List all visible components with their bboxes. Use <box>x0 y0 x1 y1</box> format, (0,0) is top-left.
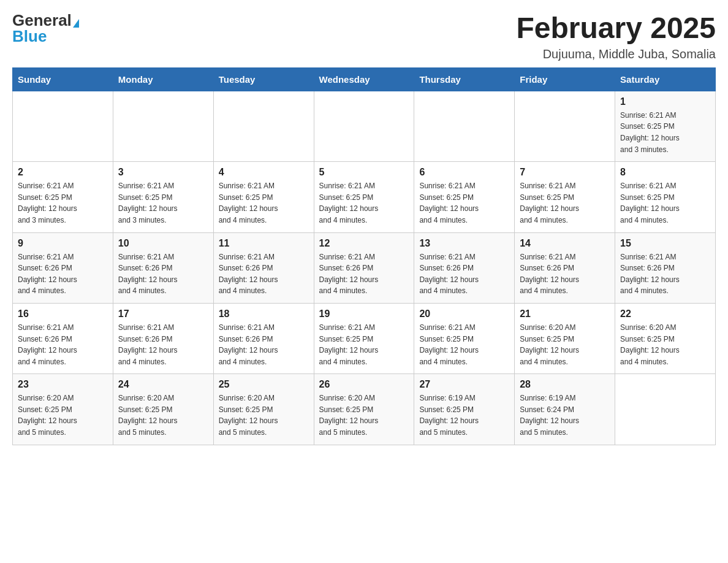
week-row-4: 16Sunrise: 6:21 AMSunset: 6:26 PMDayligh… <box>13 303 716 373</box>
logo-triangle-icon <box>73 19 79 28</box>
day-info: Sunrise: 6:20 AMSunset: 6:25 PMDaylight:… <box>620 322 710 367</box>
weekday-header-thursday: Thursday <box>414 67 515 91</box>
day-info: Sunrise: 6:21 AMSunset: 6:25 PMDaylight:… <box>18 180 108 226</box>
week-row-3: 9Sunrise: 6:21 AMSunset: 6:26 PMDaylight… <box>13 232 716 303</box>
day-number: 9 <box>18 238 108 249</box>
day-number: 12 <box>319 238 409 249</box>
day-info: Sunrise: 6:20 AMSunset: 6:25 PMDaylight:… <box>118 393 208 438</box>
calendar-cell: 5Sunrise: 6:21 AMSunset: 6:25 PMDaylight… <box>314 162 414 232</box>
calendar-cell: 21Sunrise: 6:20 AMSunset: 6:25 PMDayligh… <box>515 303 615 373</box>
day-info: Sunrise: 6:21 AMSunset: 6:26 PMDaylight:… <box>219 322 309 367</box>
day-info: Sunrise: 6:21 AMSunset: 6:26 PMDaylight:… <box>118 322 208 367</box>
calendar-cell <box>314 91 414 161</box>
location-text: Dujuuma, Middle Juba, Somalia <box>516 47 716 61</box>
calendar-cell: 10Sunrise: 6:21 AMSunset: 6:26 PMDayligh… <box>113 232 213 303</box>
calendar-cell: 26Sunrise: 6:20 AMSunset: 6:25 PMDayligh… <box>314 374 414 445</box>
calendar-cell: 8Sunrise: 6:21 AMSunset: 6:25 PMDaylight… <box>615 162 716 232</box>
calendar-cell <box>515 91 615 161</box>
day-info: Sunrise: 6:20 AMSunset: 6:25 PMDaylight:… <box>18 393 108 438</box>
day-number: 15 <box>620 238 710 249</box>
calendar-cell <box>13 91 113 161</box>
day-number: 6 <box>419 167 509 178</box>
day-info: Sunrise: 6:20 AMSunset: 6:25 PMDaylight:… <box>319 393 409 438</box>
day-number: 28 <box>520 379 610 390</box>
title-block: February 2025 Dujuuma, Middle Juba, Soma… <box>516 12 716 61</box>
calendar-cell: 22Sunrise: 6:20 AMSunset: 6:25 PMDayligh… <box>615 303 716 373</box>
weekday-header-wednesday: Wednesday <box>314 67 414 91</box>
calendar-cell: 28Sunrise: 6:19 AMSunset: 6:24 PMDayligh… <box>515 374 615 445</box>
day-info: Sunrise: 6:19 AMSunset: 6:24 PMDaylight:… <box>520 393 610 438</box>
weekday-header-tuesday: Tuesday <box>213 67 314 91</box>
calendar-cell: 27Sunrise: 6:19 AMSunset: 6:25 PMDayligh… <box>414 374 515 445</box>
calendar-cell: 20Sunrise: 6:21 AMSunset: 6:25 PMDayligh… <box>414 303 515 373</box>
logo-blue-text: Blue <box>12 27 47 45</box>
day-info: Sunrise: 6:21 AMSunset: 6:25 PMDaylight:… <box>419 322 509 367</box>
day-info: Sunrise: 6:20 AMSunset: 6:25 PMDaylight:… <box>219 393 309 438</box>
day-info: Sunrise: 6:21 AMSunset: 6:25 PMDaylight:… <box>620 180 710 226</box>
calendar-cell: 19Sunrise: 6:21 AMSunset: 6:25 PMDayligh… <box>314 303 414 373</box>
page-header: General Blue February 2025 Dujuuma, Midd… <box>12 12 716 61</box>
day-number: 20 <box>419 308 509 320</box>
calendar-cell <box>113 91 213 161</box>
day-info: Sunrise: 6:20 AMSunset: 6:25 PMDaylight:… <box>520 322 610 367</box>
day-info: Sunrise: 6:21 AMSunset: 6:26 PMDaylight:… <box>219 251 309 297</box>
weekday-header-friday: Friday <box>515 67 615 91</box>
calendar-cell: 15Sunrise: 6:21 AMSunset: 6:26 PMDayligh… <box>615 232 716 303</box>
day-number: 17 <box>118 308 208 320</box>
weekday-header-saturday: Saturday <box>615 67 716 91</box>
day-number: 25 <box>219 379 309 390</box>
month-title: February 2025 <box>516 12 716 45</box>
calendar-cell: 4Sunrise: 6:21 AMSunset: 6:25 PMDaylight… <box>213 162 314 232</box>
day-info: Sunrise: 6:21 AMSunset: 6:26 PMDaylight:… <box>319 251 409 297</box>
calendar-cell: 7Sunrise: 6:21 AMSunset: 6:25 PMDaylight… <box>515 162 615 232</box>
calendar-cell: 25Sunrise: 6:20 AMSunset: 6:25 PMDayligh… <box>213 374 314 445</box>
weekday-header-row: SundayMondayTuesdayWednesdayThursdayFrid… <box>13 67 716 91</box>
day-number: 10 <box>118 238 208 249</box>
day-number: 23 <box>18 379 108 390</box>
day-info: Sunrise: 6:21 AMSunset: 6:25 PMDaylight:… <box>520 180 610 226</box>
week-row-2: 2Sunrise: 6:21 AMSunset: 6:25 PMDaylight… <box>13 162 716 232</box>
calendar-cell: 24Sunrise: 6:20 AMSunset: 6:25 PMDayligh… <box>113 374 213 445</box>
calendar-cell: 14Sunrise: 6:21 AMSunset: 6:26 PMDayligh… <box>515 232 615 303</box>
day-number: 26 <box>319 379 409 390</box>
calendar-cell <box>414 91 515 161</box>
day-number: 3 <box>118 167 208 178</box>
day-number: 16 <box>18 308 108 320</box>
day-number: 11 <box>219 238 309 249</box>
day-info: Sunrise: 6:21 AMSunset: 6:25 PMDaylight:… <box>219 180 309 226</box>
day-number: 21 <box>520 308 610 320</box>
logo-top-line: General <box>12 12 79 28</box>
calendar-cell: 1Sunrise: 6:21 AMSunset: 6:25 PMDaylight… <box>615 91 716 161</box>
day-info: Sunrise: 6:21 AMSunset: 6:25 PMDaylight:… <box>319 180 409 226</box>
day-info: Sunrise: 6:21 AMSunset: 6:26 PMDaylight:… <box>18 322 108 367</box>
day-info: Sunrise: 6:21 AMSunset: 6:26 PMDaylight:… <box>520 251 610 297</box>
day-info: Sunrise: 6:21 AMSunset: 6:25 PMDaylight:… <box>319 322 409 367</box>
calendar-cell: 3Sunrise: 6:21 AMSunset: 6:25 PMDaylight… <box>113 162 213 232</box>
day-info: Sunrise: 6:21 AMSunset: 6:26 PMDaylight:… <box>118 251 208 297</box>
week-row-1: 1Sunrise: 6:21 AMSunset: 6:25 PMDaylight… <box>13 91 716 161</box>
day-number: 13 <box>419 238 509 249</box>
day-number: 14 <box>520 238 610 249</box>
calendar-cell: 9Sunrise: 6:21 AMSunset: 6:26 PMDaylight… <box>13 232 113 303</box>
day-info: Sunrise: 6:19 AMSunset: 6:25 PMDaylight:… <box>419 393 509 438</box>
day-info: Sunrise: 6:21 AMSunset: 6:25 PMDaylight:… <box>118 180 208 226</box>
day-number: 24 <box>118 379 208 390</box>
calendar-cell: 12Sunrise: 6:21 AMSunset: 6:26 PMDayligh… <box>314 232 414 303</box>
weekday-header-monday: Monday <box>113 67 213 91</box>
day-info: Sunrise: 6:21 AMSunset: 6:26 PMDaylight:… <box>620 251 710 297</box>
day-number: 18 <box>219 308 309 320</box>
day-info: Sunrise: 6:21 AMSunset: 6:26 PMDaylight:… <box>419 251 509 297</box>
weekday-header-sunday: Sunday <box>13 67 113 91</box>
day-number: 22 <box>620 308 710 320</box>
calendar-cell: 23Sunrise: 6:20 AMSunset: 6:25 PMDayligh… <box>13 374 113 445</box>
calendar-cell: 17Sunrise: 6:21 AMSunset: 6:26 PMDayligh… <box>113 303 213 373</box>
calendar-cell <box>615 374 716 445</box>
day-info: Sunrise: 6:21 AMSunset: 6:25 PMDaylight:… <box>620 110 710 155</box>
calendar-cell: 18Sunrise: 6:21 AMSunset: 6:26 PMDayligh… <box>213 303 314 373</box>
calendar-cell: 2Sunrise: 6:21 AMSunset: 6:25 PMDaylight… <box>13 162 113 232</box>
day-number: 19 <box>319 308 409 320</box>
day-number: 5 <box>319 167 409 178</box>
calendar-cell: 13Sunrise: 6:21 AMSunset: 6:26 PMDayligh… <box>414 232 515 303</box>
day-number: 8 <box>620 167 710 178</box>
day-number: 1 <box>620 96 710 107</box>
